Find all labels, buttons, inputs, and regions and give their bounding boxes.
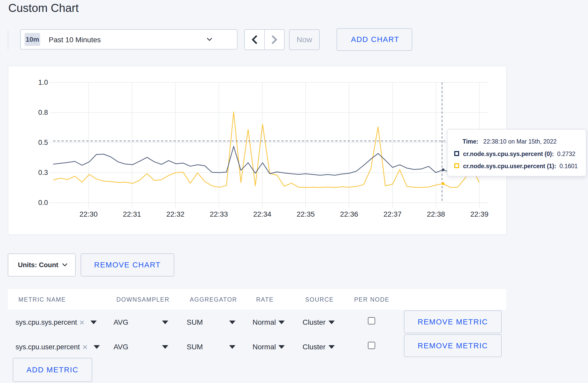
svg-text:22:33: 22:33 [210,210,228,218]
svg-text:22:34: 22:34 [253,210,271,218]
svg-text:22:36: 22:36 [340,210,358,218]
svg-text:0.3: 0.3 [38,169,48,176]
svg-text:22:30: 22:30 [79,210,97,218]
svg-text:22:37: 22:37 [383,210,402,218]
svg-text:22:31: 22:31 [123,210,141,218]
svg-text:22:39: 22:39 [470,210,488,218]
svg-text:0.0: 0.0 [38,199,48,207]
svg-text:22:38: 22:38 [427,210,445,218]
svg-text:22:35: 22:35 [297,210,315,218]
svg-text:0.5: 0.5 [38,139,48,146]
svg-text:0.8: 0.8 [38,109,48,116]
svg-text:1.0: 1.0 [38,79,48,86]
svg-text:22:32: 22:32 [166,210,184,218]
